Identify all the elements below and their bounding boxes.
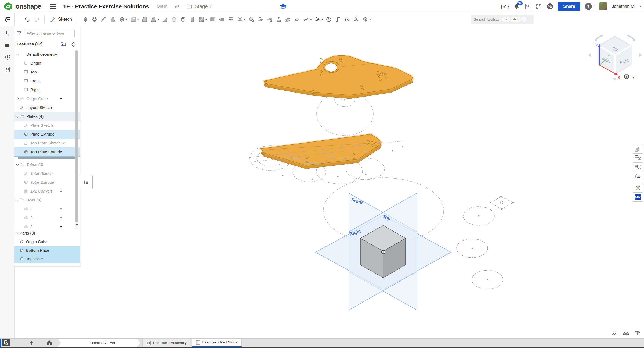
feature-row[interactable]: Default geometry — [14, 50, 80, 59]
avatar[interactable] — [599, 2, 607, 10]
feature-row[interactable]: Front — [14, 76, 80, 85]
history-panel[interactable] — [0, 51, 14, 63]
item-menu-dots-icon[interactable] — [60, 216, 62, 220]
learning-center-icon[interactable] — [279, 3, 287, 10]
app-mk[interactable] — [633, 192, 643, 202]
ai-assistant-icon[interactable] — [547, 3, 553, 10]
variable-tool[interactable]: ▾ — [342, 15, 352, 24]
search-tools[interactable]: Search tools... ctrl shift p — [471, 15, 534, 24]
thread-tool[interactable]: ▾ — [188, 15, 197, 24]
extrude-tool[interactable]: ▾ — [81, 15, 90, 24]
feature-row[interactable] — [14, 156, 80, 160]
split-tool[interactable]: ▾ — [226, 15, 236, 24]
chevron-icon[interactable] — [15, 98, 20, 100]
fillet-tool[interactable]: ▾ — [129, 15, 140, 24]
variables-panel[interactable] — [633, 172, 643, 181]
named-views-tool[interactable]: ▾ — [361, 15, 372, 24]
feature-list-flyout-toggle[interactable] — [80, 175, 93, 189]
dropdown-caret-icon[interactable]: ▾ — [137, 18, 139, 21]
onshape-logo[interactable] — [3, 2, 13, 11]
new-folder-icon[interactable] — [60, 41, 66, 47]
help-icon[interactable]: ? — [585, 3, 592, 10]
item-menu-dots-icon[interactable] — [60, 189, 62, 193]
feature-row[interactable]: 1x1 Convert — [14, 187, 80, 196]
help-menu[interactable]: ? ▾ — [585, 3, 595, 10]
share-button[interactable]: Share — [558, 2, 580, 11]
item-menu-dots-icon[interactable] — [60, 207, 62, 211]
chamfer-tool[interactable]: ▾ — [140, 15, 149, 24]
redo-button[interactable] — [34, 16, 41, 23]
configurations-panel[interactable] — [633, 162, 643, 172]
dropdown-caret-icon[interactable]: ▾ — [205, 18, 207, 21]
feature-row[interactable]: Plate Extrude — [14, 130, 80, 139]
protractor-tool[interactable] — [623, 330, 629, 337]
chevron-icon[interactable] — [15, 199, 20, 201]
thicken-tool[interactable]: ▾ — [117, 15, 129, 24]
origin-marker[interactable] — [382, 250, 385, 254]
notifications-bell-icon[interactable]: 9+ — [513, 3, 520, 10]
dropdown-caret-icon[interactable]: ▾ — [310, 18, 312, 21]
sweep-tool[interactable]: ▾ — [99, 15, 108, 24]
feature-row[interactable]: Tubes (3) — [14, 160, 80, 169]
move-face-tool[interactable]: ▾ — [256, 15, 265, 24]
rollback-timer-icon[interactable] — [71, 41, 77, 47]
shell-tool[interactable]: ▾ — [169, 15, 179, 24]
plane-tool[interactable]: ▾ — [292, 15, 302, 24]
part-origin-cube[interactable]: Origin Cube — [14, 237, 80, 246]
tab-exercise7-assembly[interactable]: Exercise 7 Assembly — [142, 338, 190, 347]
workspace-name[interactable]: Main — [157, 3, 168, 9]
sketch-button[interactable]: Sketch — [48, 15, 74, 24]
feature-row[interactable]: Layout Sketch — [14, 103, 80, 112]
boolean-tool[interactable]: ▾ — [217, 15, 226, 24]
view-cube[interactable]: Top Front Right Y Z X ▾ — [588, 35, 642, 80]
chevron-icon[interactable] — [15, 164, 20, 165]
mirror-tool[interactable]: ▾ — [208, 15, 217, 24]
chevron-icon[interactable] — [15, 54, 20, 55]
dropdown-caret-icon[interactable]: ▾ — [126, 18, 127, 21]
replace-face-tool[interactable]: ▾ — [274, 15, 283, 24]
comments-panel[interactable] — [0, 40, 14, 51]
pie-tool[interactable]: ▾ — [324, 15, 333, 24]
feature-row[interactable]: ? — [14, 213, 80, 222]
sheet-metal-tool[interactable]: ▾ — [333, 15, 342, 24]
tab-exercise7-version[interactable]: Exercise 7 - Ver — [57, 339, 140, 347]
folder-name[interactable]: Stage 1 — [194, 3, 212, 9]
item-menu-dots-icon[interactable] — [60, 225, 62, 229]
hamburger-menu-icon[interactable] — [50, 4, 56, 9]
feature-row[interactable]: Top Plate Extrude — [14, 147, 80, 156]
link-icon[interactable] — [174, 3, 180, 9]
dropdown-caret-icon[interactable]: ▾ — [244, 18, 245, 21]
tree-scrollbar[interactable] — [75, 50, 78, 229]
parts-header[interactable]: Parts (3) — [14, 229, 80, 237]
versions-panel[interactable] — [0, 28, 14, 40]
feature-row[interactable]: ? — [14, 222, 80, 229]
feature-row[interactable]: Right — [14, 85, 80, 94]
filter-input[interactable] — [24, 30, 75, 37]
chevron-icon[interactable] — [15, 116, 20, 117]
helix-tool[interactable]: ▾ — [313, 15, 324, 24]
feature-row[interactable]: Origin — [14, 59, 80, 68]
dropdown-caret-icon[interactable]: ▾ — [369, 18, 371, 21]
tasks-icon[interactable] — [524, 3, 531, 10]
surface-tool[interactable]: ▾ — [302, 15, 313, 24]
undo-button[interactable] — [23, 16, 30, 23]
rib-tool[interactable]: ▾ — [160, 15, 169, 24]
search-tabs-button[interactable] — [2, 339, 10, 346]
bom-table-panel[interactable] — [633, 153, 643, 163]
feature-row[interactable]: Top — [14, 68, 80, 76]
dropdown-caret-icon[interactable]: ▾ — [321, 18, 323, 21]
feature-list-panel-toggle[interactable] — [0, 13, 15, 26]
feature-row[interactable]: ? — [14, 204, 80, 213]
loft-tool[interactable]: ▾ — [108, 15, 117, 24]
model-canvas[interactable]: Front Top Right — [0, 0, 644, 348]
item-menu-dots-icon[interactable] — [60, 97, 62, 101]
document-title[interactable]: 1E - Practice Exercise Solutions — [63, 3, 149, 10]
checklist-panel[interactable] — [0, 63, 14, 75]
user-name[interactable]: Jonathan Mi — [612, 4, 635, 9]
dropdown-caret-icon[interactable]: ▾ — [158, 18, 159, 21]
transform-tool[interactable]: ▾ — [236, 15, 247, 24]
part-bottom-plate[interactable]: Bottom Plate — [14, 246, 80, 254]
linear-pattern-tool[interactable]: ▾ — [197, 15, 208, 24]
custom-feature-tool[interactable]: ▾ — [352, 15, 361, 24]
user-menu-caret-icon[interactable]: ▾ — [640, 5, 641, 8]
